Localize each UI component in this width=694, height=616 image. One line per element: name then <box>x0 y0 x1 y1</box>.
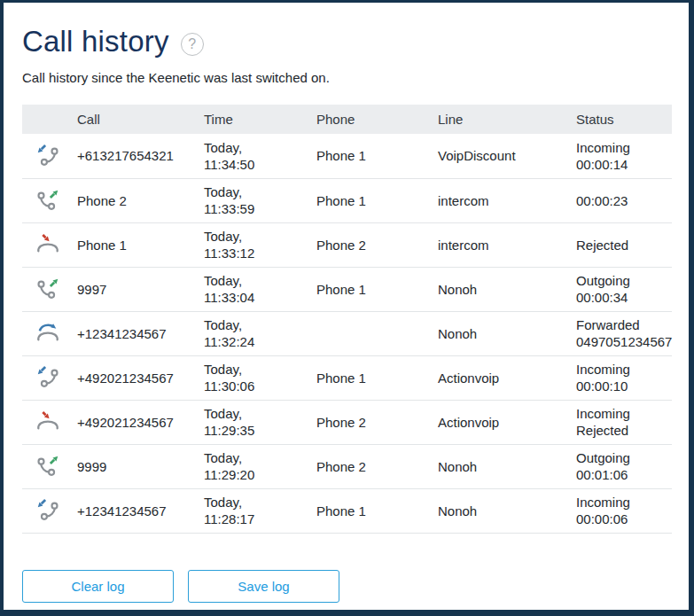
table-row: +613217654321 Today,11:34:50 Phone 1 Voi… <box>22 134 672 178</box>
status-line: Forwarded <box>576 316 667 333</box>
rejected-call-icon <box>35 231 61 258</box>
cell-status: Incoming00:00:14 <box>576 134 672 178</box>
time-line: 11:28:17 <box>204 511 311 527</box>
button-row: Clear log Save log <box>22 570 672 603</box>
cell-direction <box>22 134 77 178</box>
cell-status: Forwarded0497051234567 <box>576 311 672 355</box>
call-table-body: +613217654321 Today,11:34:50 Phone 1 Voi… <box>22 134 672 533</box>
page-subtitle: Call history since the Keenetic was last… <box>22 70 672 86</box>
cell-line: Actionvoip <box>438 400 576 444</box>
time-line: Today, <box>204 494 311 511</box>
time-line: 11:33:59 <box>204 200 311 217</box>
rejected-call-icon <box>35 409 61 435</box>
cell-direction <box>22 178 77 222</box>
status-line: Rejected <box>576 237 667 253</box>
status-line: Incoming <box>576 405 667 422</box>
outgoing-call-icon <box>35 276 61 302</box>
status-line: 00:00:14 <box>576 156 667 173</box>
time-line: Today, <box>204 228 311 245</box>
time-line: Today, <box>204 316 311 333</box>
column-header-line: Line <box>438 105 576 134</box>
cell-phone: Phone 1 <box>316 267 438 311</box>
cell-direction <box>22 222 77 267</box>
cell-call: Phone 1 <box>77 222 204 267</box>
status-line: Outgoing <box>576 449 667 466</box>
table-row: Phone 1 Today,11:33:12 Phone 2 intercom … <box>22 222 672 267</box>
cell-time: Today,11:30:06 <box>204 355 316 400</box>
cell-time: Today,11:29:35 <box>204 400 316 444</box>
cell-call: +12341234567 <box>77 311 204 355</box>
status-line: Incoming <box>576 139 667 156</box>
incoming-call-icon <box>35 497 61 524</box>
time-line: Today, <box>204 405 311 422</box>
time-line: Today, <box>204 272 311 289</box>
incoming-call-icon <box>35 143 61 169</box>
cell-status: Outgoing00:01:06 <box>576 444 672 488</box>
cell-phone: Phone 2 <box>316 222 438 267</box>
cell-status: Incoming00:00:10 <box>576 355 672 400</box>
title-row: Call history ? <box>22 25 672 58</box>
status-line: 00:00:23 <box>576 192 667 209</box>
time-line: Today, <box>204 139 311 156</box>
cell-status: Outgoing00:00:34 <box>576 267 672 311</box>
table-row: 9997 Today,11:33:04 Phone 1 Nonoh Outgoi… <box>22 267 672 311</box>
cell-phone: Phone 1 <box>316 134 438 178</box>
column-header-phone: Phone <box>316 105 438 134</box>
outgoing-call-icon <box>35 187 61 214</box>
time-line: 11:29:35 <box>204 422 311 439</box>
column-header-icon <box>22 105 77 134</box>
status-line: Outgoing <box>576 272 667 289</box>
cell-phone: Phone 1 <box>316 488 438 533</box>
time-line: Today, <box>204 361 311 378</box>
page-title: Call history <box>22 25 169 58</box>
status-line: 0497051234567 <box>576 333 667 350</box>
cell-line: Nonoh <box>438 267 576 311</box>
status-line: Incoming <box>576 361 667 378</box>
status-line: 00:00:10 <box>576 378 667 394</box>
cell-time: Today,11:34:50 <box>204 134 316 178</box>
cell-line: Nonoh <box>438 444 576 488</box>
table-row: Phone 2 Today,11:33:59 Phone 1 intercom … <box>22 178 672 222</box>
incoming-call-icon <box>35 364 61 391</box>
cell-line: intercom <box>438 178 576 222</box>
table-row: +12341234567 Today,11:32:24 Nonoh Forwar… <box>22 311 672 355</box>
cell-line: Nonoh <box>438 311 576 355</box>
cell-line: Actionvoip <box>438 355 576 400</box>
cell-call: Phone 2 <box>77 178 204 222</box>
outgoing-call-icon <box>35 453 61 480</box>
time-line: 11:33:04 <box>204 289 311 306</box>
status-line: Incoming <box>576 494 667 511</box>
help-icon[interactable]: ? <box>181 33 204 56</box>
time-line: Today, <box>204 449 311 466</box>
cell-status: 00:00:23 <box>576 178 672 222</box>
table-row: 9999 Today,11:29:20 Phone 2 Nonoh Outgoi… <box>22 444 672 488</box>
cell-phone: Phone 2 <box>316 400 438 444</box>
call-history-page: Call history ? Call history since the Ke… <box>0 0 694 616</box>
status-line: Rejected <box>576 422 667 439</box>
cell-call: 9999 <box>77 444 204 488</box>
page-content: Call history ? Call history since the Ke… <box>4 3 689 603</box>
time-line: Today, <box>204 183 311 200</box>
cell-line: Nonoh <box>438 488 576 533</box>
time-line: 11:29:20 <box>204 466 311 483</box>
cell-call: +492021234567 <box>77 355 204 400</box>
cell-time: Today,11:29:20 <box>204 444 316 488</box>
cell-status: IncomingRejected <box>576 400 672 444</box>
table-row: +12341234567 Today,11:28:17 Phone 1 Nono… <box>22 488 672 533</box>
cell-direction <box>22 355 77 400</box>
column-header-time: Time <box>204 105 316 134</box>
cell-phone <box>316 311 438 355</box>
cell-direction <box>22 311 77 355</box>
column-header-call: Call <box>77 105 204 134</box>
column-header-status: Status <box>576 105 672 134</box>
cell-time: Today,11:33:59 <box>204 178 316 222</box>
forwarded-call-icon <box>35 320 61 347</box>
cell-direction <box>22 400 77 444</box>
cell-time: Today,11:33:12 <box>204 222 316 267</box>
clear-log-button[interactable]: Clear log <box>22 570 174 603</box>
call-history-table: Call Time Phone Line Status +61321765432… <box>22 105 672 534</box>
cell-call: +12341234567 <box>77 488 204 533</box>
save-log-button[interactable]: Save log <box>188 570 339 603</box>
cell-call: +613217654321 <box>77 134 204 178</box>
status-line: 00:00:34 <box>576 289 667 306</box>
